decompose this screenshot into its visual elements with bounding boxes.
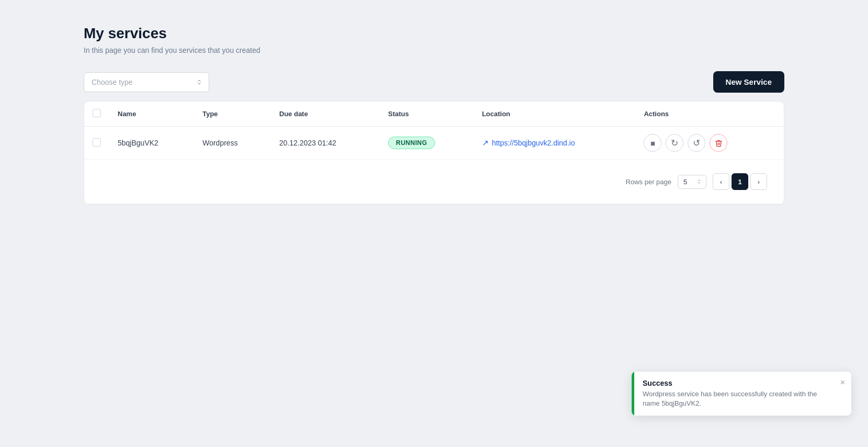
table-row: 5bqjBguVK2 Wordpress 20.12.2023 01:42 RU… (84, 127, 784, 160)
row-actions: ■ ↻ ↺ (635, 127, 784, 160)
rows-per-page-select[interactable]: 5 10 25 (678, 175, 706, 189)
row-checkbox[interactable] (93, 138, 101, 147)
select-all-checkbox[interactable] (93, 109, 101, 117)
refresh-icon: ↻ (671, 138, 678, 149)
col-type: Type (194, 102, 271, 127)
col-actions: Actions (635, 102, 784, 127)
pagination-row: Rows per page 5 10 25 ‹ (84, 160, 784, 204)
toast-message: Wordpress service has been successfully … (643, 389, 826, 408)
page-subtitle: In this page you can find you services t… (84, 46, 784, 54)
actions-cell: ■ ↻ ↺ (644, 134, 775, 152)
close-icon: × (840, 378, 845, 387)
row-due-date: 20.12.2023 01:42 (271, 127, 380, 160)
col-due-date: Due date (271, 102, 380, 127)
table-header-row: Name Type Due date Status Location Actio… (84, 102, 784, 127)
new-service-button[interactable]: New Service (713, 71, 784, 93)
row-status: RUNNING (380, 127, 473, 160)
current-page-label: 1 (738, 178, 741, 186)
prev-page-button[interactable]: ‹ (713, 173, 729, 190)
next-page-button[interactable]: › (750, 173, 767, 190)
restart-icon: ↺ (693, 138, 700, 149)
toast-body: Success Wordpress service has been succe… (634, 372, 834, 416)
row-location: ↗ https://5bqjbguvk2.dind.io (474, 127, 636, 160)
toast-notification: Success Wordpress service has been succe… (632, 372, 851, 416)
toast-title: Success (643, 379, 826, 387)
location-link[interactable]: ↗ https://5bqjbguvk2.dind.io (482, 138, 627, 148)
delete-icon (715, 139, 723, 147)
rows-per-page-label: Rows per page (626, 178, 671, 186)
stop-button[interactable]: ■ (644, 134, 661, 152)
delete-button[interactable] (710, 134, 727, 152)
prev-icon: ‹ (720, 178, 722, 186)
pagination-controls: Rows per page 5 10 25 ‹ (93, 167, 775, 196)
external-link-icon: ↗ (482, 138, 489, 148)
services-table: Name Type Due date Status Location Actio… (84, 102, 784, 204)
col-location: Location (474, 102, 636, 127)
col-status: Status (380, 102, 473, 127)
col-name: Name (109, 102, 194, 127)
refresh-button[interactable]: ↻ (666, 134, 683, 152)
main-content: My services In this page you can find yo… (0, 0, 868, 230)
stop-icon: ■ (650, 139, 655, 148)
services-table-container: Name Type Due date Status Location Actio… (84, 101, 784, 205)
restart-button[interactable]: ↺ (688, 134, 705, 152)
type-filter-select[interactable]: Choose type Wordpress (84, 72, 209, 92)
select-all-header (84, 102, 109, 127)
page-title: My services (84, 25, 784, 42)
current-page-button[interactable]: 1 (732, 173, 748, 190)
page-nav: ‹ 1 › (713, 173, 767, 190)
toast-close-button[interactable]: × (834, 372, 851, 394)
row-name: 5bqjBguVK2 (109, 127, 194, 160)
location-url-text: https://5bqjbguvk2.dind.io (492, 139, 575, 147)
toolbar: Choose type Wordpress New Service (84, 71, 784, 93)
pagination-cell: Rows per page 5 10 25 ‹ (84, 160, 784, 204)
row-checkbox-cell (84, 127, 109, 160)
next-icon: › (758, 178, 760, 186)
row-type: Wordpress (194, 127, 271, 160)
status-badge: RUNNING (388, 137, 435, 149)
